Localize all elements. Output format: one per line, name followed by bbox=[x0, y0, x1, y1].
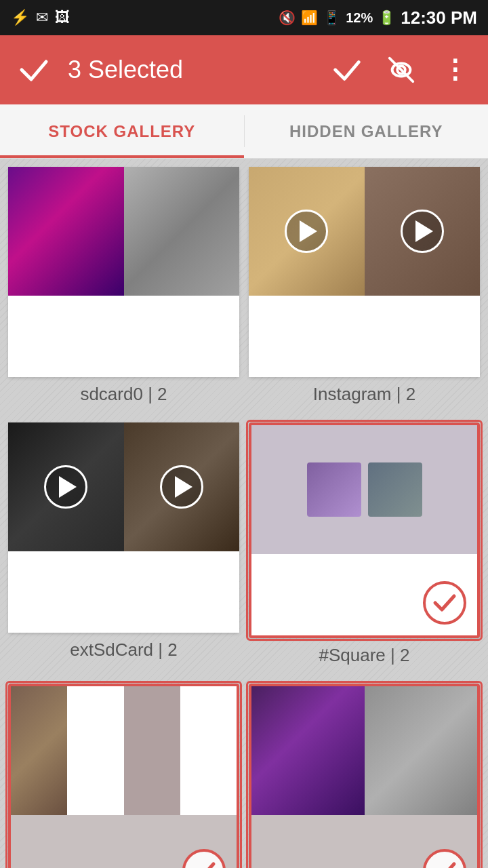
app-bar: 3 Selected ⋮ bbox=[0, 35, 488, 104]
card-images-sdcard0 bbox=[8, 167, 239, 296]
card-label-square: #Square | 2 bbox=[249, 638, 480, 674]
image-rocky-gray bbox=[365, 686, 478, 815]
app-bar-actions: ⋮ bbox=[328, 51, 474, 89]
square-thumb-2 bbox=[368, 462, 422, 517]
card-lower-extsdcard bbox=[8, 551, 239, 633]
image-icon: 🖼 bbox=[55, 9, 70, 26]
tabs-bar: STOCK GALLERY HIDDEN GALLERY bbox=[0, 104, 488, 159]
status-time: 12:30 PM bbox=[401, 7, 477, 28]
tab-hidden-gallery[interactable]: HIDDEN GALLERY bbox=[245, 104, 489, 158]
image-face bbox=[11, 686, 67, 815]
play-overlay-ext-1 bbox=[44, 465, 87, 509]
play-overlay-instagram-2 bbox=[401, 210, 444, 253]
selected-check-face2gif bbox=[182, 849, 226, 868]
play-triangle-2 bbox=[415, 220, 433, 242]
square-thumb-1 bbox=[307, 462, 361, 517]
status-left-icons: ⚡ ✉ 🖼 bbox=[11, 9, 70, 26]
gallery-item-images[interactable]: Images | 2 bbox=[249, 684, 480, 868]
card-label-extsdcard: extSdCard | 2 bbox=[8, 633, 239, 669]
hide-action-button[interactable] bbox=[382, 51, 420, 89]
play-triangle-3 bbox=[59, 476, 77, 498]
card-label-instagram: Instagram | 2 bbox=[249, 377, 480, 413]
image-empty-face bbox=[124, 686, 180, 815]
gallery-card-extsdcard[interactable] bbox=[8, 422, 239, 633]
app-bar-title: 3 Selected bbox=[68, 56, 314, 84]
select-all-button[interactable] bbox=[14, 50, 54, 90]
image-dark-video2 bbox=[124, 422, 240, 551]
more-options-button[interactable]: ⋮ bbox=[436, 51, 474, 89]
gallery-card-square[interactable] bbox=[249, 422, 480, 638]
gallery-card-instagram[interactable] bbox=[249, 167, 480, 377]
gallery-card-images[interactable] bbox=[249, 684, 480, 868]
confirm-action-button[interactable] bbox=[328, 51, 366, 89]
card-images-square bbox=[251, 425, 477, 554]
tab-stock-gallery[interactable]: STOCK GALLERY bbox=[0, 104, 244, 158]
selected-check-images bbox=[423, 849, 466, 868]
play-overlay-instagram-1 bbox=[285, 210, 328, 253]
play-triangle-4 bbox=[175, 476, 192, 498]
card-lower-square bbox=[251, 554, 477, 635]
image-person bbox=[365, 167, 481, 296]
wifi-icon: 📶 bbox=[301, 9, 318, 26]
gallery-item-sdcard0[interactable]: sdcard0 | 2 bbox=[8, 167, 239, 413]
gallery-item-square[interactable]: #Square | 2 bbox=[249, 422, 480, 674]
mute-icon: 🔇 bbox=[279, 9, 296, 26]
gallery-card-sdcard0[interactable] bbox=[8, 167, 239, 377]
signal-icon: 📱 bbox=[323, 9, 340, 26]
play-overlay-ext-2 bbox=[160, 465, 203, 509]
image-sandy bbox=[249, 167, 365, 296]
image-mountain-gray bbox=[124, 167, 240, 296]
card-lower-face2gif bbox=[11, 815, 237, 868]
card-lower-instagram bbox=[249, 296, 480, 377]
three-dots-icon: ⋮ bbox=[442, 57, 469, 83]
card-images-face2gif bbox=[11, 686, 237, 815]
battery-level: 12% bbox=[346, 10, 373, 26]
card-lower-images bbox=[251, 815, 477, 868]
card-label-sdcard0: sdcard0 | 2 bbox=[8, 377, 239, 413]
image-city-purple bbox=[251, 686, 365, 815]
usb-icon: ⚡ bbox=[11, 9, 29, 26]
gallery-card-face2gif[interactable] bbox=[8, 684, 239, 868]
status-right-icons: 🔇 📶 📱 12% 🔋 12:30 PM bbox=[279, 7, 477, 28]
status-bar: ⚡ ✉ 🖼 🔇 📶 📱 12% 🔋 12:30 PM bbox=[0, 0, 488, 35]
card-images-images bbox=[251, 686, 477, 815]
gallery-item-instagram[interactable]: Instagram | 2 bbox=[249, 167, 480, 413]
battery-icon: 🔋 bbox=[378, 9, 395, 26]
image-city-night bbox=[8, 167, 124, 296]
selected-check-square bbox=[423, 581, 466, 625]
gallery-item-face2gif[interactable]: Face2Gif | 1 bbox=[8, 684, 239, 868]
card-lower-sdcard0 bbox=[8, 296, 239, 377]
gmail-icon: ✉ bbox=[36, 9, 48, 26]
play-triangle-1 bbox=[300, 220, 317, 242]
gallery-grid: sdcard0 | 2 Instagram | 2 bbox=[0, 159, 488, 868]
image-dark-video1 bbox=[8, 422, 124, 551]
card-images-instagram bbox=[249, 167, 480, 296]
card-images-extsdcard bbox=[8, 422, 239, 551]
gallery-item-extsdcard[interactable]: extSdCard | 2 bbox=[8, 422, 239, 674]
